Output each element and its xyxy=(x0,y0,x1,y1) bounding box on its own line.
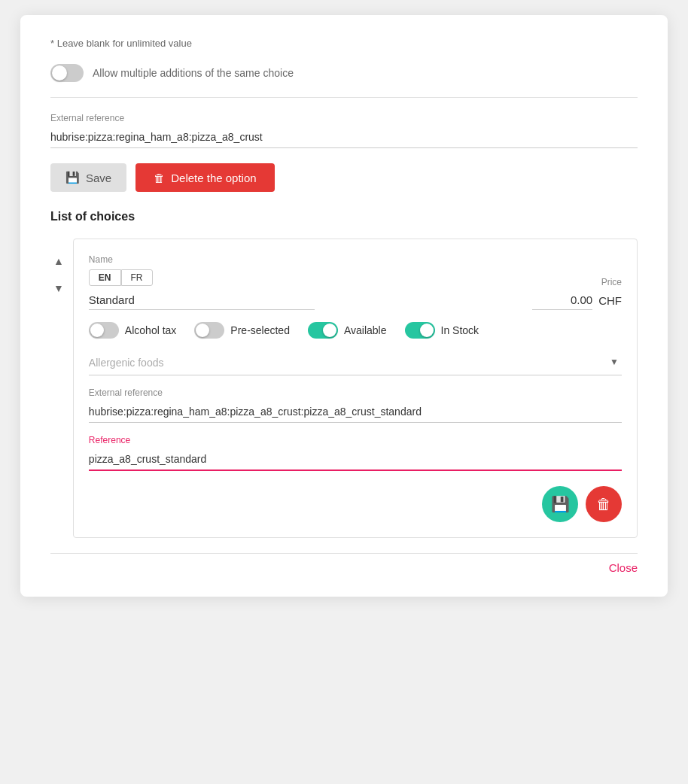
trash-icon: 🗑 xyxy=(154,172,165,184)
external-reference-input[interactable] xyxy=(50,126,638,148)
lang-buttons: EN FR xyxy=(89,269,532,286)
choice-ext-ref-label: External reference xyxy=(89,387,622,398)
choice-wrapper: ▲ ▼ Name EN FR Price CH xyxy=(50,239,638,538)
choice-ref-group: Reference xyxy=(89,435,622,471)
alcohol-tax-toggle[interactable] xyxy=(89,322,119,339)
pre-selected-toggle[interactable] xyxy=(194,322,224,339)
choice-trash-icon: 🗑 xyxy=(596,496,611,513)
choice-delete-button[interactable]: 🗑 xyxy=(586,486,622,522)
choice-save-button[interactable]: 💾 xyxy=(542,486,578,522)
pre-selected-label: Pre-selected xyxy=(230,324,290,336)
name-price-row: Name EN FR Price CHF xyxy=(89,254,622,310)
list-of-choices-title: List of choices xyxy=(50,210,638,223)
save-label: Save xyxy=(86,172,111,184)
available-toggle[interactable] xyxy=(308,322,338,339)
arrow-up-button[interactable]: ▲ xyxy=(50,254,67,269)
lang-fr-button[interactable]: FR xyxy=(121,269,153,286)
in-stock-toggle[interactable] xyxy=(405,322,435,339)
toggle-multiple-label: Allow multiple additions of the same cho… xyxy=(93,67,294,79)
available-toggle-item: Available xyxy=(308,322,387,339)
choice-card: Name EN FR Price CHF xyxy=(73,239,638,538)
allergenic-wrapper: Allergenic foods xyxy=(89,351,622,375)
pre-selected-toggle-item: Pre-selected xyxy=(194,322,290,339)
external-reference-label: External reference xyxy=(50,113,638,123)
delete-option-button[interactable]: 🗑 Delete the option xyxy=(135,163,274,192)
choice-toggles-row: Alcohol tax Pre-selected Available In St… xyxy=(89,322,622,339)
alcohol-tax-label: Alcohol tax xyxy=(125,324,176,336)
close-button[interactable]: Close xyxy=(609,561,638,574)
choice-ref-input[interactable] xyxy=(89,448,622,471)
save-button[interactable]: 💾 Save xyxy=(50,163,126,192)
external-reference-group: External reference xyxy=(50,113,638,148)
choice-action-btns: 💾 🗑 xyxy=(89,486,622,522)
action-buttons-row: 💾 Save 🗑 Delete the option xyxy=(50,163,638,192)
arrow-down-button[interactable]: ▼ xyxy=(50,281,67,296)
lang-en-button[interactable]: EN xyxy=(89,269,121,286)
in-stock-label: In Stock xyxy=(441,324,479,336)
save-icon: 💾 xyxy=(65,171,80,184)
available-label: Available xyxy=(344,324,387,336)
price-section: Price CHF xyxy=(532,277,622,310)
price-input[interactable] xyxy=(532,290,592,310)
name-section: Name EN FR xyxy=(89,254,532,310)
toggle-multiple-switch[interactable] xyxy=(50,64,84,82)
choice-save-icon: 💾 xyxy=(551,495,570,513)
price-row: CHF xyxy=(532,290,622,310)
close-row: Close xyxy=(50,553,638,574)
choice-ref-label: Reference xyxy=(89,435,622,445)
modal: * Leave blank for unlimited value Allow … xyxy=(20,15,668,597)
price-label: Price xyxy=(532,277,622,287)
hint-text: * Leave blank for unlimited value xyxy=(50,38,638,49)
choice-ext-ref-input[interactable] xyxy=(89,401,622,423)
delete-label: Delete the option xyxy=(171,172,256,184)
allergenic-row: Allergenic foods xyxy=(89,351,622,375)
choice-arrows: ▲ ▼ xyxy=(50,239,73,296)
toggle-multiple-row: Allow multiple additions of the same cho… xyxy=(50,64,638,98)
allergenic-select[interactable]: Allergenic foods xyxy=(89,351,622,375)
currency-label: CHF xyxy=(598,294,622,307)
name-field-label: Name xyxy=(89,254,532,265)
choice-name-input[interactable] xyxy=(89,290,315,310)
alcohol-tax-toggle-item: Alcohol tax xyxy=(89,322,176,339)
choice-ext-ref-group: External reference xyxy=(89,387,622,423)
in-stock-toggle-item: In Stock xyxy=(405,322,479,339)
